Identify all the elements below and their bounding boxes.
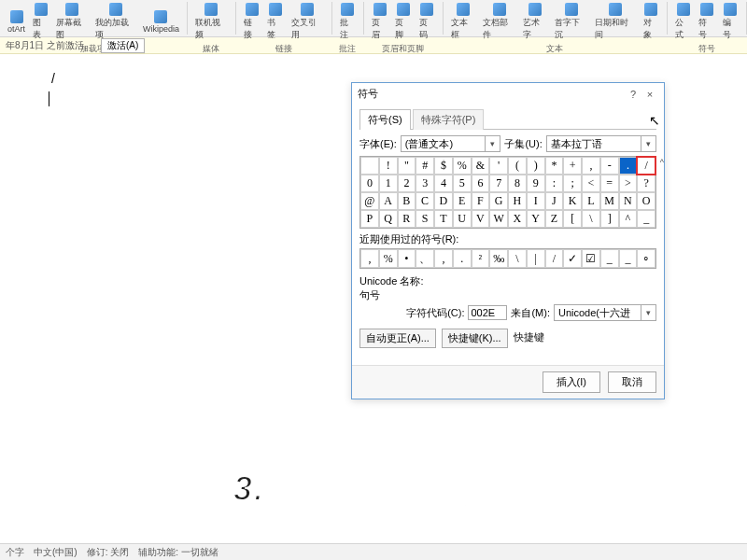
recent-symbol-cell[interactable]: . xyxy=(453,249,472,268)
ribbon-item[interactable]: 符号 xyxy=(697,2,716,42)
shortcut-key-button[interactable]: 快捷键(K)... xyxy=(442,329,508,348)
symbol-cell[interactable]: * xyxy=(545,157,564,175)
from-combo[interactable]: Unicode(十六进制) ▾ xyxy=(554,304,656,321)
symbol-cell[interactable]: R xyxy=(398,210,416,228)
symbol-cell[interactable]: W xyxy=(489,210,508,228)
symbol-cell[interactable]: O xyxy=(637,192,655,210)
symbol-cell[interactable]: E xyxy=(453,192,472,210)
help-button[interactable]: ? xyxy=(625,89,641,100)
symbol-cell[interactable]: Q xyxy=(379,210,398,228)
symbol-cell[interactable]: T xyxy=(434,210,453,228)
symbol-cell[interactable]: 4 xyxy=(434,175,453,192)
symbol-cell[interactable]: J xyxy=(545,192,564,210)
symbol-cell[interactable]: G xyxy=(489,192,508,210)
symbol-cell[interactable]: F xyxy=(472,192,490,210)
status-track[interactable]: 修订: 关闭 xyxy=(87,546,130,559)
ribbon-item[interactable]: 公式 xyxy=(673,2,693,42)
symbol-cell[interactable]: ] xyxy=(600,210,619,228)
symbol-cell[interactable]: P xyxy=(360,210,379,228)
symbol-cell[interactable]: # xyxy=(416,157,434,175)
symbol-cell[interactable]: Y xyxy=(527,210,545,228)
symbol-cell[interactable]: H xyxy=(508,192,527,210)
symbol-cell[interactable]: [ xyxy=(563,210,582,228)
scroll-up-icon[interactable]: ^ xyxy=(660,158,664,167)
close-button[interactable]: × xyxy=(641,89,658,100)
symbol-cell[interactable]: 0 xyxy=(360,175,379,192)
ribbon-item[interactable]: 书签 xyxy=(265,2,285,42)
ribbon-item[interactable]: 首字下沉 xyxy=(553,2,589,42)
symbol-cell[interactable]: /^ xyxy=(637,157,655,175)
ribbon-item[interactable]: 链接 xyxy=(242,2,261,42)
ribbon-item[interactable]: Wikipedia xyxy=(141,9,181,35)
ribbon-item[interactable]: 屏幕截图 xyxy=(54,2,90,42)
symbol-cell[interactable]: ? xyxy=(637,175,655,192)
subset-combo[interactable]: 基本拉丁语 ▾ xyxy=(546,135,656,152)
symbol-cell[interactable]: @ xyxy=(360,192,379,210)
symbol-cell[interactable]: S xyxy=(416,210,434,228)
ribbon-item[interactable]: 日期和时间 xyxy=(593,2,638,42)
charcode-input[interactable] xyxy=(468,305,507,320)
ribbon-item[interactable]: 交叉引用 xyxy=(289,2,326,42)
symbol-cell[interactable]: M xyxy=(600,192,619,210)
symbol-cell[interactable]: D xyxy=(434,192,453,210)
symbol-cell[interactable]: 9 xyxy=(527,175,545,192)
symbol-cell[interactable]: ( xyxy=(508,157,527,175)
activate-button[interactable]: 激活(A) xyxy=(101,38,145,53)
symbol-cell[interactable]: 1 xyxy=(379,175,398,192)
symbol-cell[interactable]: I xyxy=(527,192,545,210)
symbol-cell[interactable]: 2 xyxy=(398,175,416,192)
symbol-cell[interactable]: , xyxy=(582,157,600,175)
font-combo[interactable]: (普通文本) ▾ xyxy=(401,135,501,152)
ribbon-item[interactable]: 文本框 xyxy=(449,2,477,42)
symbol-cell[interactable]: ; xyxy=(563,175,582,192)
symbol-cell[interactable]: $ xyxy=(434,157,453,175)
ribbon-item[interactable]: 页眉 xyxy=(370,2,389,42)
symbol-cell[interactable]: % xyxy=(453,157,472,175)
chevron-down-icon[interactable]: ▾ xyxy=(485,136,500,151)
symbol-cell[interactable]: \ xyxy=(582,210,600,228)
ribbon-item[interactable]: otArt xyxy=(6,9,27,35)
symbol-cell[interactable]: " xyxy=(398,157,416,175)
symbol-cell[interactable]: N xyxy=(619,192,638,210)
symbol-cell[interactable]: U xyxy=(453,210,472,228)
recent-symbol-cell[interactable]: / xyxy=(545,249,564,268)
symbol-cell[interactable]: 6 xyxy=(472,175,490,192)
ribbon-item[interactable]: 页码 xyxy=(417,2,437,42)
insert-button[interactable]: 插入(I) xyxy=(543,371,600,393)
recent-symbol-cell[interactable]: ² xyxy=(472,249,490,268)
symbol-cell[interactable]: 7 xyxy=(489,175,508,192)
symbol-cell[interactable]: B xyxy=(398,192,416,210)
tab-special-chars[interactable]: 特殊字符(P) xyxy=(413,109,485,130)
symbol-cell[interactable]: 3 xyxy=(416,175,434,192)
symbol-cell[interactable]: ' xyxy=(489,157,508,175)
ribbon-item[interactable]: 对象 xyxy=(641,2,661,42)
cancel-button[interactable]: 取消 xyxy=(608,371,656,393)
symbol-cell[interactable]: _ xyxy=(637,210,655,228)
ribbon-item[interactable]: 图表 xyxy=(31,2,50,42)
symbol-cell[interactable]: Z xyxy=(545,210,564,228)
ribbon-item[interactable]: 我的加载项 xyxy=(93,2,137,42)
recent-symbol-cell[interactable]: | xyxy=(527,249,545,268)
symbol-cell[interactable]: & xyxy=(472,157,490,175)
symbol-cell[interactable]: ^ xyxy=(619,210,638,228)
tab-symbols[interactable]: 符号(S) xyxy=(359,109,411,130)
status-accessibility[interactable]: 辅助功能: 一切就绪 xyxy=(138,546,218,559)
recent-symbol-cell[interactable]: _ xyxy=(600,249,619,268)
symbol-cell[interactable]: + xyxy=(563,157,582,175)
ribbon-item[interactable]: 联机视频 xyxy=(193,2,230,42)
ribbon-item[interactable]: 编号 xyxy=(721,2,740,42)
status-language[interactable]: 中文(中国) xyxy=(34,546,78,559)
symbol-cell[interactable]: C xyxy=(416,192,434,210)
recent-symbol-cell[interactable]: , xyxy=(360,249,379,268)
recent-symbol-cell[interactable]: ☑ xyxy=(582,249,600,268)
chevron-down-icon[interactable]: ▾ xyxy=(641,136,655,151)
symbol-cell[interactable]: A xyxy=(379,192,398,210)
recent-symbol-cell[interactable]: • xyxy=(398,249,416,268)
symbol-cell[interactable] xyxy=(360,157,379,175)
symbol-cell[interactable]: ) xyxy=(527,157,545,175)
ribbon-item[interactable]: 文档部件 xyxy=(481,2,517,42)
recent-symbol-cell[interactable]: ∘ xyxy=(637,249,655,268)
symbol-cell[interactable]: V xyxy=(472,210,490,228)
recent-symbol-cell[interactable]: 、 xyxy=(416,249,434,268)
recent-symbol-cell[interactable]: \ xyxy=(508,249,527,268)
